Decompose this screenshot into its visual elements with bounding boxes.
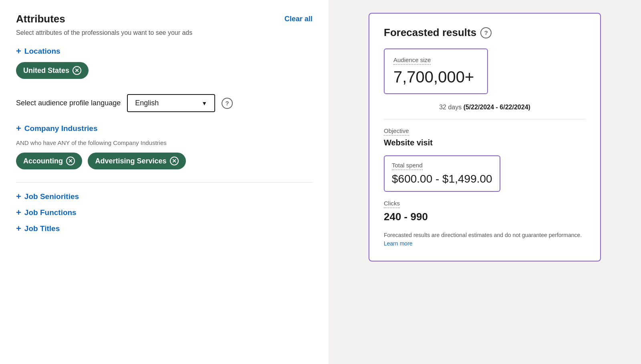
- job-seniorities-add-button[interactable]: + Job Seniorities: [16, 191, 79, 202]
- divider-1: [16, 182, 312, 183]
- remove-advertising-services-icon[interactable]: ✕: [170, 157, 179, 165]
- right-panel: Forecasted results ? Audience size 7,700…: [329, 0, 641, 364]
- accounting-label: Accounting: [23, 157, 63, 165]
- language-row: Select audience profile language English…: [16, 94, 312, 112]
- locations-label: Locations: [24, 47, 60, 56]
- attributes-title: Attributes: [16, 13, 65, 25]
- language-label: Select audience profile language: [16, 99, 121, 107]
- job-titles-add-button[interactable]: + Job Titles: [16, 223, 60, 234]
- forecast-help-icon[interactable]: ?: [480, 27, 492, 38]
- plus-icon-industries: +: [16, 123, 21, 134]
- plus-icon-seniorities: +: [16, 191, 21, 202]
- advertising-services-tag: Advertising Services ✕: [88, 153, 185, 169]
- attributes-subtitle: Select attributes of the professionals y…: [16, 29, 312, 36]
- united-states-tag: United States ✕: [16, 62, 89, 79]
- plus-icon-functions: +: [16, 207, 21, 218]
- left-panel: Attributes Clear all Select attributes o…: [0, 0, 329, 364]
- total-spend-label: Total spend: [392, 162, 423, 170]
- date-range-dates: (5/22/2024 - 6/22/2024): [464, 104, 530, 111]
- forecast-title: Forecasted results ?: [384, 26, 586, 39]
- disclaimer-text: Forecasted results are directional estim…: [384, 232, 582, 238]
- company-industries-description: AND who have ANY of the following Compan…: [16, 139, 312, 146]
- job-seniorities-label: Job Seniorities: [24, 192, 79, 201]
- language-select[interactable]: English ▼: [127, 94, 215, 112]
- clicks-label: Clicks: [384, 200, 400, 208]
- accounting-tag: Accounting ✕: [16, 153, 82, 169]
- forecast-card: Forecasted results ? Audience size 7,700…: [369, 13, 601, 261]
- location-tags: United States ✕: [16, 62, 312, 83]
- learn-more-link[interactable]: Learn more: [384, 240, 413, 247]
- language-help-icon[interactable]: ?: [222, 98, 233, 109]
- advertising-services-label: Advertising Services: [95, 157, 166, 165]
- company-industries-add-button[interactable]: + Company Industries: [16, 123, 98, 134]
- objective-row: Objective Website visit: [384, 127, 586, 147]
- plus-icon: +: [16, 46, 21, 56]
- united-states-label: United States: [23, 66, 69, 75]
- chevron-down-icon: ▼: [202, 100, 207, 107]
- job-titles-label: Job Titles: [24, 224, 60, 233]
- audience-size-value: 7,700,000+: [393, 68, 478, 86]
- objective-value: Website visit: [384, 138, 586, 147]
- audience-size-box: Audience size 7,700,000+: [384, 48, 488, 94]
- remove-accounting-icon[interactable]: ✕: [66, 157, 75, 165]
- clicks-row: Clicks 240 - 990: [384, 200, 586, 223]
- language-selected-value: English: [135, 99, 159, 107]
- company-industries-label: Company Industries: [24, 124, 98, 133]
- date-range: 32 days (5/22/2024 - 6/22/2024): [384, 104, 586, 119]
- clear-all-button[interactable]: Clear all: [284, 15, 312, 23]
- forecast-disclaimer: Forecasted results are directional estim…: [384, 231, 586, 248]
- objective-label: Objective: [384, 127, 409, 136]
- job-functions-add-button[interactable]: + Job Functions: [16, 207, 77, 218]
- industry-tags: Accounting ✕ Advertising Services ✕: [16, 153, 312, 173]
- audience-size-label: Audience size: [393, 56, 431, 65]
- clicks-value: 240 - 990: [384, 211, 586, 223]
- total-spend-value: $600.00 - $1,499.00: [392, 173, 492, 185]
- attributes-header: Attributes Clear all: [16, 13, 312, 25]
- forecast-title-text: Forecasted results: [384, 26, 476, 39]
- date-range-prefix: 32 days: [439, 104, 463, 111]
- locations-add-button[interactable]: + Locations: [16, 46, 60, 56]
- job-functions-label: Job Functions: [24, 208, 77, 217]
- total-spend-box: Total spend $600.00 - $1,499.00: [384, 155, 500, 192]
- plus-icon-titles: +: [16, 223, 21, 234]
- remove-united-states-icon[interactable]: ✕: [73, 66, 81, 75]
